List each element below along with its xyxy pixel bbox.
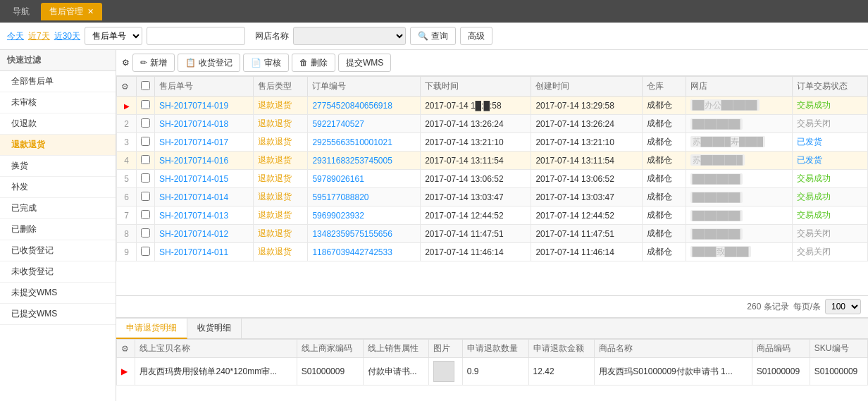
row-id[interactable]: SH-20170714-018 — [155, 115, 254, 133]
row-checkbox[interactable] — [141, 173, 150, 183]
row-id[interactable]: SH-20170714-015 — [155, 170, 254, 188]
sidebar-item-2[interactable]: 仅退款 — [0, 113, 116, 135]
row-id[interactable]: SH-20170714-012 — [155, 225, 254, 243]
close-tab-icon[interactable]: ✕ — [87, 7, 94, 16]
row-order[interactable]: 29311683253745005 — [308, 152, 421, 170]
date-today-btn[interactable]: 今天 — [7, 30, 24, 42]
dth-name: 线上宝贝名称 — [135, 340, 297, 358]
table-gear-icon[interactable]: ⚙ — [121, 82, 129, 92]
row-checkbox-cell[interactable] — [137, 188, 155, 206]
row-shop: 苏███████ — [686, 152, 792, 170]
sidebar-item-8[interactable]: 已收货登记 — [0, 240, 116, 261]
row-checkbox[interactable] — [141, 210, 150, 219]
row-order[interactable]: 13482359575155656 — [308, 225, 421, 243]
tab-receipt-detail[interactable]: 收货明细 — [187, 319, 242, 338]
row-checkbox-cell[interactable] — [137, 243, 155, 261]
row-shop: ██办公██████ — [686, 97, 792, 115]
sidebar-item-3[interactable]: 退款退货 — [0, 135, 116, 156]
tab-refund-detail[interactable]: 申请退货明细 — [116, 319, 187, 339]
row-checkbox[interactable] — [141, 100, 150, 109]
row-create-time: 2017-07-14 13:29:58 — [531, 97, 642, 115]
row-checkbox-cell[interactable] — [137, 170, 155, 188]
select-all-checkbox[interactable] — [141, 81, 150, 90]
dth-product-code: 商品编码 — [752, 340, 810, 358]
row-type: 退款退货 — [254, 115, 308, 133]
sidebar-item-5[interactable]: 补发 — [0, 177, 116, 198]
shop-select[interactable] — [293, 27, 406, 45]
detail-gear-icon[interactable]: ⚙ — [121, 344, 129, 354]
row-arrow: 9 — [117, 243, 137, 261]
submit-wms-button[interactable]: 提交WMS — [338, 54, 391, 72]
sidebar-item-4[interactable]: 换货 — [0, 156, 116, 177]
row-type: 退款退货 — [254, 152, 308, 170]
row-create-time: 2017-07-14 12:44:52 — [531, 206, 642, 225]
row-checkbox-cell[interactable] — [137, 133, 155, 152]
search-input[interactable] — [147, 27, 245, 45]
sidebar-item-6[interactable]: 已完成 — [0, 198, 116, 219]
row-status: 交易关闭 — [792, 243, 867, 261]
row-status: 交易关闭 — [792, 115, 867, 133]
delete-icon: 🗑 — [299, 58, 308, 68]
search-button[interactable]: 🔍 查询 — [410, 27, 456, 45]
row-order[interactable]: 11867039442742533 — [308, 243, 421, 261]
row-type: 退款退货 — [254, 225, 308, 243]
per-page-select[interactable]: 100 50 200 — [825, 299, 861, 314]
date-30days-btn[interactable]: 近30天 — [54, 30, 80, 42]
row-checkbox[interactable] — [141, 137, 150, 146]
detail-table-container: ⚙ 线上宝贝名称 线上商家编码 线上销售属性 图片 申请退款数量 申请退款金额 … — [116, 339, 868, 401]
dth-qty: 申请退款数量 — [462, 340, 528, 358]
date-7days-btn[interactable]: 近7天 — [28, 30, 50, 42]
main-layout: 快速过滤 全部售后单未审核仅退款退款退货换货补发已完成已删除已收货登记未收货登记… — [0, 50, 868, 401]
row-checkbox-cell[interactable] — [137, 97, 155, 115]
sidebar-item-9[interactable]: 未收货登记 — [0, 261, 116, 283]
row-arrow: 6 — [117, 188, 137, 206]
row-warehouse: 成都仓 — [642, 243, 686, 261]
receipt-button[interactable]: 📋 收货登记 — [178, 54, 240, 72]
row-id[interactable]: SH-20170714-013 — [155, 206, 254, 225]
nav-label: 导航 — [7, 3, 35, 20]
content-area: ⚙ ✏ 新增 📋 收货登记 📄 审核 🗑 删除 提交WMS — [116, 50, 868, 401]
add-button[interactable]: ✏ 新增 — [132, 54, 175, 72]
row-order[interactable]: 59789026161 — [308, 170, 421, 188]
delete-button[interactable]: 🗑 删除 — [292, 54, 335, 72]
dth-gear[interactable]: ⚙ — [117, 340, 135, 358]
row-order[interactable]: 59221740527 — [308, 115, 421, 133]
row-checkbox-cell[interactable] — [137, 206, 155, 225]
th-gear[interactable]: ⚙ — [117, 77, 137, 97]
row-checkbox[interactable] — [141, 118, 150, 128]
table-row: ▶ SH-20170714-019 退款退货 27754520840656918… — [117, 97, 868, 115]
detail-row-sku: S01000009 — [810, 358, 867, 385]
row-shop: ████致████ — [686, 243, 792, 261]
row-order[interactable]: 59699023932 — [308, 206, 421, 225]
row-checkbox[interactable] — [141, 155, 150, 164]
row-order[interactable]: 595177088820 — [308, 188, 421, 206]
row-id[interactable]: SH-20170714-014 — [155, 188, 254, 206]
row-checkbox-cell[interactable] — [137, 225, 155, 243]
sidebar-item-0[interactable]: 全部售后单 — [0, 71, 116, 92]
row-id[interactable]: SH-20170714-011 — [155, 243, 254, 261]
row-id[interactable]: SH-20170714-016 — [155, 152, 254, 170]
sidebar-item-11[interactable]: 已提交WMS — [0, 304, 116, 325]
row-order[interactable]: 27754520840656918 — [308, 97, 421, 115]
order-type-select[interactable]: 售后单号 — [85, 27, 142, 45]
advanced-button[interactable]: 高级 — [460, 27, 492, 45]
row-download-time: 2017-07-14 13:06:52 — [421, 170, 531, 188]
gear-icon[interactable]: ⚙ — [122, 58, 130, 68]
sidebar-item-1[interactable]: 未审核 — [0, 92, 116, 113]
row-checkbox[interactable] — [141, 192, 150, 201]
row-status: 交易成功 — [792, 97, 867, 115]
th-checkbox[interactable] — [137, 77, 155, 97]
row-checkbox-cell[interactable] — [137, 152, 155, 170]
active-tab[interactable]: 售后管理 ✕ — [41, 3, 102, 20]
row-order[interactable]: 29255663510001021 — [308, 133, 421, 152]
row-checkbox[interactable] — [141, 247, 150, 256]
sidebar-item-10[interactable]: 未提交WMS — [0, 283, 116, 304]
row-type: 退款退货 — [254, 170, 308, 188]
row-id[interactable]: SH-20170714-019 — [155, 97, 254, 115]
row-warehouse: 成都仓 — [642, 206, 686, 225]
review-button[interactable]: 📄 审核 — [243, 54, 289, 72]
row-checkbox-cell[interactable] — [137, 115, 155, 133]
row-checkbox[interactable] — [141, 228, 150, 237]
row-id[interactable]: SH-20170714-017 — [155, 133, 254, 152]
sidebar-item-7[interactable]: 已删除 — [0, 219, 116, 240]
